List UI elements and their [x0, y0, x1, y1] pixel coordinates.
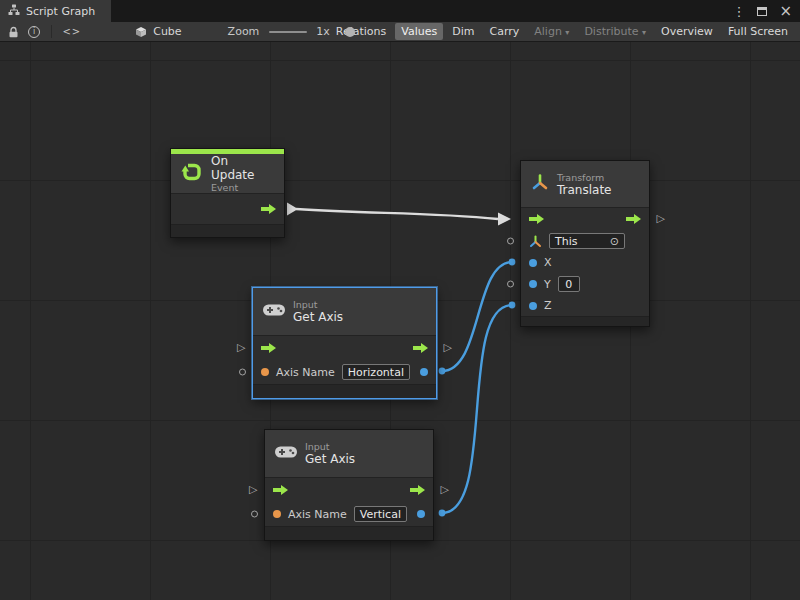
dropdown-arrow-icon: ▾	[642, 28, 646, 37]
lock-icon[interactable]	[8, 26, 19, 38]
horizontal-value-wire[interactable]	[442, 262, 512, 371]
values-button[interactable]: Values	[395, 23, 443, 40]
exec-row: ▷	[521, 208, 649, 230]
window-maximize-icon[interactable]	[757, 7, 767, 16]
distribute-dropdown[interactable]: Distribute ▾	[578, 23, 652, 40]
node-title: On Update	[211, 154, 274, 182]
node-get-axis-horizontal[interactable]: Input Get Axis ▷ ▷ Axis Name Horizontal	[252, 287, 437, 399]
exec-connector-icon[interactable]: ▷	[444, 342, 452, 353]
zoom-slider[interactable]	[269, 26, 307, 38]
this-row: This ⊙	[521, 230, 649, 252]
axis-name-port[interactable]	[273, 510, 281, 518]
window-close-icon[interactable]: ×	[779, 4, 792, 19]
node-footer	[171, 224, 284, 237]
y-label: Y	[544, 278, 551, 291]
result-port[interactable]	[417, 510, 425, 518]
tab-title: Script Graph	[26, 5, 95, 18]
exec-output-port[interactable]	[626, 214, 641, 224]
graph-canvas[interactable]: On Update Event Transform Translate ▷	[0, 42, 800, 600]
z-label: Z	[544, 299, 552, 312]
graph-toolbar: i <> Cube Zoom 1x Relations Values Dim C…	[0, 22, 800, 42]
this-field[interactable]: This ⊙	[549, 233, 625, 249]
z-row: Z	[521, 295, 649, 316]
exec-connector-icon[interactable]: ▷	[249, 484, 257, 495]
overview-button[interactable]: Overview	[655, 23, 719, 40]
axis-name-port-outer[interactable]	[239, 369, 246, 376]
wire-endpoint	[439, 510, 446, 517]
exec-output-port[interactable]	[413, 343, 428, 353]
zoom-label: Zoom	[228, 25, 260, 38]
transform-icon	[531, 173, 549, 195]
node-category: Transform	[557, 172, 612, 183]
node-header: Input Get Axis	[253, 288, 436, 336]
exec-input-port[interactable]	[273, 485, 288, 495]
exec-connector-icon[interactable]: ▷	[441, 484, 449, 495]
tab-script-graph[interactable]: Script Graph	[0, 0, 111, 22]
exec-row: ▷ ▷	[265, 478, 433, 502]
script-graph-icon	[8, 4, 20, 19]
cube-icon	[135, 26, 147, 38]
transform-mini-icon	[529, 235, 542, 248]
y-row: Y 0	[521, 273, 649, 295]
node-title: Translate	[557, 183, 612, 197]
window-controls: ⋮ ×	[732, 0, 800, 22]
axis-name-port-outer[interactable]	[251, 511, 258, 518]
node-on-update[interactable]: On Update Event	[170, 148, 285, 238]
node-category: Input	[293, 299, 343, 310]
node-title: Get Axis	[293, 310, 343, 324]
exec-output-port[interactable]	[410, 485, 425, 495]
graph-target-label[interactable]: Cube	[153, 25, 181, 38]
axis-name-row: Axis Name Vertical	[265, 502, 433, 526]
z-port[interactable]	[529, 302, 537, 310]
fullscreen-button[interactable]: Full Screen	[722, 23, 794, 40]
node-title: Get Axis	[305, 452, 355, 466]
window-menu-icon[interactable]: ⋮	[732, 5, 745, 18]
y-port[interactable]	[529, 280, 537, 288]
node-category: Input	[305, 441, 355, 452]
x-row: X	[521, 252, 649, 273]
dim-button[interactable]: Dim	[446, 23, 480, 40]
info-glyph: i	[33, 27, 35, 36]
x-port[interactable]	[529, 259, 537, 267]
exec-input-port[interactable]	[529, 214, 544, 224]
code-view-icon[interactable]: <>	[62, 26, 81, 37]
gamepad-icon	[263, 302, 285, 321]
axis-name-field[interactable]: Vertical	[354, 506, 407, 522]
axis-name-label: Axis Name	[288, 508, 347, 521]
wire-endpoint	[509, 302, 516, 309]
wire-end-arrow	[498, 213, 511, 226]
exec-connector-icon[interactable]: ▷	[237, 342, 245, 353]
this-port[interactable]	[507, 238, 514, 245]
align-dropdown[interactable]: Align ▾	[528, 23, 575, 40]
wire-start-arrow	[287, 203, 298, 216]
y-port-outer[interactable]	[507, 281, 514, 288]
node-translate[interactable]: Transform Translate ▷ This ⊙ X	[520, 160, 650, 327]
node-subtitle: Event	[211, 182, 274, 193]
info-icon[interactable]: i	[28, 26, 40, 38]
zoom-slider-track	[269, 31, 307, 33]
zoom-slider-handle[interactable]	[345, 27, 355, 37]
exec-output-row	[171, 194, 284, 224]
window-tab-bar: Script Graph ⋮ ×	[0, 0, 800, 22]
target-picker-icon[interactable]: ⊙	[610, 235, 619, 248]
exec-input-port[interactable]	[261, 343, 276, 353]
y-value-field[interactable]: 0	[558, 276, 580, 292]
exec-connector-icon[interactable]: ▷	[657, 213, 665, 224]
this-field-label: This	[555, 235, 577, 248]
axis-name-port[interactable]	[261, 368, 269, 376]
align-label: Align	[534, 25, 562, 38]
zoom-value: 1x	[316, 25, 330, 38]
relations-button[interactable]: Relations	[330, 23, 393, 40]
node-header: Transform Translate	[521, 161, 649, 208]
vertical-value-wire[interactable]	[442, 305, 512, 513]
axis-name-row: Axis Name Horizontal	[253, 360, 436, 384]
node-footer	[253, 384, 436, 398]
result-port[interactable]	[420, 368, 428, 376]
node-get-axis-vertical[interactable]: Input Get Axis ▷ ▷ Axis Name Vertical	[264, 429, 434, 541]
carry-button[interactable]: Carry	[483, 23, 525, 40]
exec-wire[interactable]	[296, 209, 498, 219]
exec-output-port[interactable]	[261, 204, 276, 214]
axis-name-field[interactable]: Horizontal	[342, 364, 410, 380]
exec-row: ▷ ▷	[253, 336, 436, 360]
node-footer	[521, 316, 649, 326]
